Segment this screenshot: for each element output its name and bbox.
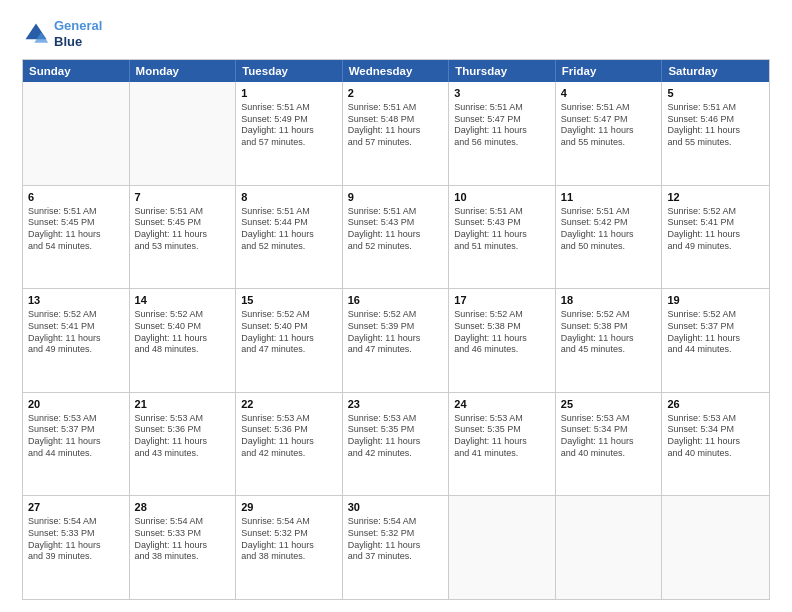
day-number: 6 (28, 190, 124, 205)
cell-line: Sunset: 5:38 PM (454, 321, 550, 333)
day-cell-26: 26Sunrise: 5:53 AMSunset: 5:34 PMDayligh… (662, 393, 769, 496)
day-number: 21 (135, 397, 231, 412)
day-cell-6: 6Sunrise: 5:51 AMSunset: 5:45 PMDaylight… (23, 186, 130, 289)
day-cell-22: 22Sunrise: 5:53 AMSunset: 5:36 PMDayligh… (236, 393, 343, 496)
cell-line: and 57 minutes. (348, 137, 444, 149)
cell-line: Sunrise: 5:51 AM (667, 102, 764, 114)
cell-line: and 37 minutes. (348, 551, 444, 563)
day-cell-2: 2Sunrise: 5:51 AMSunset: 5:48 PMDaylight… (343, 82, 450, 185)
logo: General Blue (22, 18, 102, 49)
cell-line: Daylight: 11 hours (561, 436, 657, 448)
calendar-body: 1Sunrise: 5:51 AMSunset: 5:49 PMDaylight… (23, 82, 769, 599)
cell-line: Sunset: 5:36 PM (135, 424, 231, 436)
cell-line: Sunrise: 5:52 AM (667, 309, 764, 321)
cell-line: Daylight: 11 hours (454, 333, 550, 345)
cell-line: Daylight: 11 hours (348, 333, 444, 345)
empty-cell (449, 496, 556, 599)
cell-line: Sunrise: 5:53 AM (348, 413, 444, 425)
calendar: SundayMondayTuesdayWednesdayThursdayFrid… (22, 59, 770, 600)
cell-line: Sunrise: 5:52 AM (28, 309, 124, 321)
day-cell-20: 20Sunrise: 5:53 AMSunset: 5:37 PMDayligh… (23, 393, 130, 496)
cell-line: Sunrise: 5:53 AM (241, 413, 337, 425)
cell-line: and 47 minutes. (348, 344, 444, 356)
cell-line: Daylight: 11 hours (454, 229, 550, 241)
cell-line: Sunrise: 5:51 AM (241, 206, 337, 218)
day-number: 12 (667, 190, 764, 205)
cell-line: Sunset: 5:34 PM (667, 424, 764, 436)
day-cell-30: 30Sunrise: 5:54 AMSunset: 5:32 PMDayligh… (343, 496, 450, 599)
cell-line: Sunset: 5:42 PM (561, 217, 657, 229)
cell-line: and 50 minutes. (561, 241, 657, 253)
cell-line: Daylight: 11 hours (241, 436, 337, 448)
cell-line: Daylight: 11 hours (241, 125, 337, 137)
day-number: 22 (241, 397, 337, 412)
day-cell-4: 4Sunrise: 5:51 AMSunset: 5:47 PMDaylight… (556, 82, 663, 185)
cell-line: Daylight: 11 hours (667, 229, 764, 241)
cell-line: Sunrise: 5:51 AM (348, 206, 444, 218)
cell-line: Sunrise: 5:53 AM (454, 413, 550, 425)
cell-line: Daylight: 11 hours (667, 333, 764, 345)
cell-line: Sunrise: 5:52 AM (348, 309, 444, 321)
cell-line: Sunset: 5:37 PM (28, 424, 124, 436)
day-number: 17 (454, 293, 550, 308)
cell-line: Daylight: 11 hours (135, 333, 231, 345)
cell-line: Sunrise: 5:52 AM (667, 206, 764, 218)
cell-line: and 41 minutes. (454, 448, 550, 460)
day-cell-21: 21Sunrise: 5:53 AMSunset: 5:36 PMDayligh… (130, 393, 237, 496)
cell-line: Sunrise: 5:52 AM (135, 309, 231, 321)
cell-line: Sunset: 5:47 PM (561, 114, 657, 126)
cell-line: Sunset: 5:34 PM (561, 424, 657, 436)
day-cell-19: 19Sunrise: 5:52 AMSunset: 5:37 PMDayligh… (662, 289, 769, 392)
header-day-thursday: Thursday (449, 60, 556, 82)
cell-line: and 42 minutes. (348, 448, 444, 460)
day-number: 15 (241, 293, 337, 308)
day-number: 9 (348, 190, 444, 205)
cell-line: Sunset: 5:40 PM (241, 321, 337, 333)
logo-text: General Blue (54, 18, 102, 49)
cell-line: Daylight: 11 hours (135, 436, 231, 448)
cell-line: and 48 minutes. (135, 344, 231, 356)
cell-line: Sunrise: 5:51 AM (348, 102, 444, 114)
cell-line: Sunset: 5:47 PM (454, 114, 550, 126)
cell-line: and 38 minutes. (241, 551, 337, 563)
cell-line: Daylight: 11 hours (348, 229, 444, 241)
day-number: 2 (348, 86, 444, 101)
cell-line: Sunrise: 5:51 AM (454, 102, 550, 114)
cell-line: Daylight: 11 hours (241, 333, 337, 345)
header-day-wednesday: Wednesday (343, 60, 450, 82)
logo-icon (22, 20, 50, 48)
cell-line: Sunrise: 5:53 AM (28, 413, 124, 425)
day-cell-9: 9Sunrise: 5:51 AMSunset: 5:43 PMDaylight… (343, 186, 450, 289)
day-number: 13 (28, 293, 124, 308)
cell-line: and 57 minutes. (241, 137, 337, 149)
cell-line: Daylight: 11 hours (28, 436, 124, 448)
cell-line: and 54 minutes. (28, 241, 124, 253)
day-number: 1 (241, 86, 337, 101)
day-cell-23: 23Sunrise: 5:53 AMSunset: 5:35 PMDayligh… (343, 393, 450, 496)
day-number: 24 (454, 397, 550, 412)
cell-line: Sunset: 5:44 PM (241, 217, 337, 229)
cell-line: Daylight: 11 hours (561, 125, 657, 137)
cell-line: and 43 minutes. (135, 448, 231, 460)
cell-line: and 44 minutes. (28, 448, 124, 460)
day-cell-29: 29Sunrise: 5:54 AMSunset: 5:32 PMDayligh… (236, 496, 343, 599)
cell-line: Sunset: 5:45 PM (28, 217, 124, 229)
cell-line: and 49 minutes. (28, 344, 124, 356)
day-number: 10 (454, 190, 550, 205)
day-cell-24: 24Sunrise: 5:53 AMSunset: 5:35 PMDayligh… (449, 393, 556, 496)
day-number: 20 (28, 397, 124, 412)
cell-line: and 55 minutes. (667, 137, 764, 149)
cell-line: Daylight: 11 hours (241, 229, 337, 241)
day-cell-18: 18Sunrise: 5:52 AMSunset: 5:38 PMDayligh… (556, 289, 663, 392)
cell-line: Sunset: 5:32 PM (348, 528, 444, 540)
cell-line: Daylight: 11 hours (241, 540, 337, 552)
day-cell-27: 27Sunrise: 5:54 AMSunset: 5:33 PMDayligh… (23, 496, 130, 599)
cell-line: Daylight: 11 hours (135, 540, 231, 552)
cell-line: Sunrise: 5:51 AM (561, 102, 657, 114)
day-number: 26 (667, 397, 764, 412)
cell-line: Sunset: 5:37 PM (667, 321, 764, 333)
day-number: 11 (561, 190, 657, 205)
day-number: 19 (667, 293, 764, 308)
cell-line: Sunrise: 5:51 AM (28, 206, 124, 218)
cell-line: Sunset: 5:41 PM (28, 321, 124, 333)
